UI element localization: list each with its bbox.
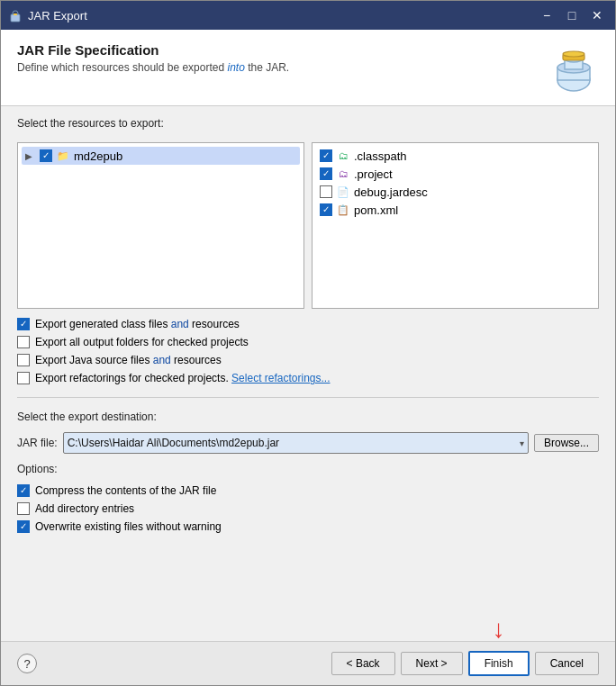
xml-icon: 📋	[336, 203, 350, 217]
finish-button[interactable]: Finish	[468, 651, 530, 676]
select-refactorings-link[interactable]: Select refactorings...	[231, 372, 330, 384]
option-directory-entries[interactable]: Add directory entries	[17, 502, 599, 515]
svg-rect-0	[11, 14, 20, 22]
checkbox-md2epub[interactable]	[40, 149, 52, 162]
option-compress[interactable]: Compress the contents of the JAR file	[17, 484, 599, 497]
option-export-class-files[interactable]: Export generated class files and resourc…	[17, 318, 599, 330]
help-button[interactable]: ?	[17, 654, 37, 673]
window-icon	[8, 8, 23, 23]
jar-file-input[interactable]	[68, 437, 518, 449]
checkbox-project[interactable]	[320, 167, 332, 180]
maximize-button[interactable]: □	[561, 5, 583, 26]
title-bar: JAR Export − □ ✕	[1, 1, 615, 30]
window-title: JAR Export	[28, 9, 536, 23]
chevron-right-icon: ▶	[25, 151, 36, 161]
checkbox-compress[interactable]	[17, 484, 30, 497]
tree-item-md2epub[interactable]: ▶ 📁 md2epub	[22, 147, 300, 165]
cancel-button[interactable]: Cancel	[535, 652, 599, 675]
option-export-refactorings[interactable]: Export refactorings for checked projects…	[17, 372, 599, 384]
checkbox-export-java[interactable]	[17, 354, 30, 366]
browse-button[interactable]: Browse...	[534, 434, 599, 452]
close-button[interactable]: ✕	[586, 5, 608, 26]
export-options: Export generated class files and resourc…	[17, 318, 599, 384]
jar-file-label: JAR file:	[17, 437, 58, 449]
export-destination: Select the export destination: JAR file:…	[17, 411, 599, 454]
tree-item-classpath[interactable]: 🗂 .classpath	[316, 147, 594, 165]
next-button[interactable]: Next >	[401, 652, 463, 675]
export-destination-label: Select the export destination:	[17, 411, 599, 423]
tree-item-jardesc[interactable]: 📄 debug.jardesc	[316, 183, 594, 201]
jar-input-wrapper[interactable]: ▾	[63, 432, 529, 454]
header-section: JAR File Specification Define which reso…	[1, 30, 615, 106]
checkbox-classpath[interactable]	[320, 149, 332, 162]
checkbox-export-output[interactable]	[17, 336, 30, 348]
checkbox-pomxml[interactable]	[320, 203, 332, 216]
page-title: JAR File Specification	[17, 42, 289, 58]
tree-item-label: debug.jardesc	[354, 185, 428, 199]
tree-item-label: md2epub	[74, 149, 122, 163]
divider-1	[17, 397, 599, 398]
option-overwrite[interactable]: Overwrite existing files without warning	[17, 520, 599, 533]
minimize-button[interactable]: −	[536, 5, 557, 26]
desc-icon: 📄	[336, 185, 350, 199]
svg-point-8	[563, 51, 584, 57]
bottom-bar: ? < Back Next > ↓ Finish Cancel	[1, 641, 615, 685]
finish-button-wrapper: ↓ Finish	[468, 651, 530, 676]
checkbox-export-refactoring[interactable]	[17, 372, 30, 384]
checkbox-overwrite[interactable]	[17, 520, 30, 533]
title-bar-controls: − □ ✕	[536, 5, 608, 26]
tree-item-pomxml[interactable]: 📋 pom.xml	[316, 201, 594, 219]
jar-options: Options: Compress the contents of the JA…	[17, 463, 599, 533]
back-button[interactable]: < Back	[331, 652, 395, 675]
classpath-icon: 🗂	[336, 149, 350, 163]
folder-icon: 📁	[56, 149, 70, 163]
checkbox-jardesc[interactable]	[320, 185, 332, 198]
options-label: Options:	[17, 463, 599, 475]
resources-label: Select the resources to export:	[17, 117, 599, 130]
header-description: Define which resources should be exporte…	[17, 61, 289, 74]
jar-icon	[548, 42, 599, 93]
left-tree-panel[interactable]: ▶ 📁 md2epub	[17, 142, 304, 309]
project-icon: 🗂	[336, 167, 350, 181]
tree-item-project[interactable]: 🗂 .project	[316, 165, 594, 183]
tree-item-label: pom.xml	[354, 203, 398, 217]
checkbox-directory[interactable]	[17, 502, 30, 515]
bottom-left: ?	[17, 654, 37, 673]
header-text: JAR File Specification Define which reso…	[17, 42, 289, 74]
svg-rect-1	[14, 14, 17, 15]
option-export-output-folders[interactable]: Export all output folders for checked pr…	[17, 336, 599, 348]
tree-panels: ▶ 📁 md2epub 🗂 .classpath 🗂 .project	[17, 142, 599, 309]
content: Select the resources to export: ▶ 📁 md2e…	[1, 106, 615, 641]
dropdown-arrow-icon[interactable]: ▾	[520, 438, 524, 448]
option-export-java-source[interactable]: Export Java source files and resources	[17, 354, 599, 366]
right-tree-panel[interactable]: 🗂 .classpath 🗂 .project 📄 debug.jardesc …	[312, 142, 599, 309]
bottom-right: < Back Next > ↓ Finish Cancel	[331, 651, 599, 676]
checkbox-export-class[interactable]	[17, 318, 30, 330]
tree-item-label: .project	[354, 167, 393, 181]
window: JAR Export − □ ✕ JAR File Specification …	[0, 0, 616, 686]
tree-item-label: .classpath	[354, 149, 407, 163]
jar-file-row: JAR file: ▾ Browse...	[17, 432, 599, 454]
